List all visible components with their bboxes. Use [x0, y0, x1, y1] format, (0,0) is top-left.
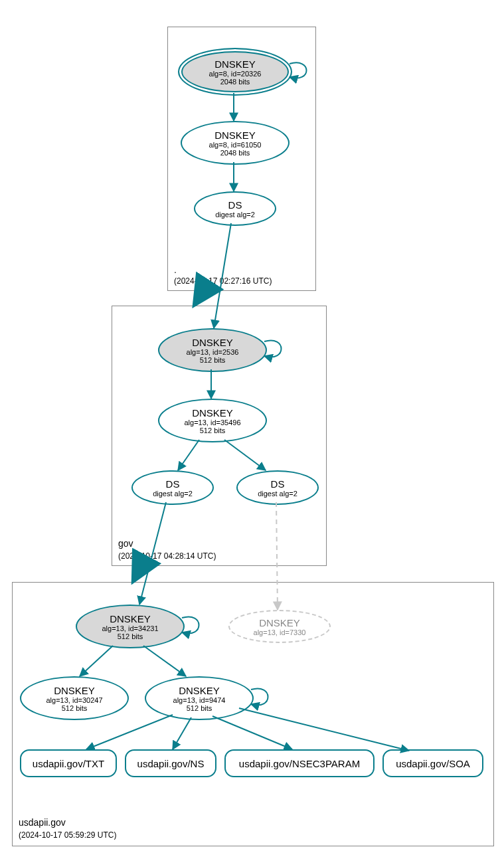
- node-sub1: alg=13, id=2536: [187, 348, 239, 356]
- node-sub1: alg=8, id=61050: [209, 141, 262, 149]
- node-gov-zsk[interactable]: DNSKEY alg=13, id=35496 512 bits: [158, 399, 267, 442]
- node-title: DNSKEY: [259, 617, 300, 628]
- node-sub1: digest alg=2: [215, 211, 255, 219]
- node-title: DS: [228, 199, 242, 211]
- zone-root-ts: (2024-10-17 02:27:16 UTC): [174, 276, 272, 286]
- rr-txt[interactable]: usdapii.gov/TXT: [20, 749, 117, 777]
- node-title: DS: [166, 478, 180, 490]
- node-u-zsk1[interactable]: DNSKEY alg=13, id=30247 512 bits: [20, 676, 129, 720]
- node-sub1: alg=13, id=35496: [184, 419, 240, 426]
- zone-usd-label: usdapii.gov: [19, 817, 66, 828]
- node-title: DNSKEY: [54, 685, 95, 696]
- node-sub1: alg=13, id=7330: [254, 628, 306, 636]
- rr-ns[interactable]: usdapii.gov/NS: [125, 749, 216, 777]
- node-sub2: 512 bits: [200, 426, 226, 434]
- rr-soa[interactable]: usdapii.gov/SOA: [382, 749, 483, 777]
- node-title: DNSKEY: [214, 130, 256, 141]
- node-sub1: digest alg=2: [258, 490, 297, 498]
- node-sub2: 512 bits: [118, 632, 143, 640]
- node-gov-ksk[interactable]: DNSKEY alg=13, id=2536 512 bits: [158, 328, 267, 372]
- node-sub2: 512 bits: [187, 704, 212, 712]
- node-title: DNSKEY: [192, 407, 233, 419]
- node-sub2: 512 bits: [200, 356, 226, 364]
- zone-gov-label: gov: [118, 538, 133, 549]
- node-sub1: alg=8, id=20326: [209, 70, 262, 78]
- node-root-ds[interactable]: DS digest alg=2: [194, 191, 276, 226]
- zone-gov-ts: (2024-10-17 04:28:14 UTC): [118, 551, 216, 561]
- node-gov-ds2[interactable]: DS digest alg=2: [236, 470, 319, 505]
- node-sub1: alg=13, id=34231: [102, 624, 158, 632]
- node-sub1: alg=13, id=30247: [46, 696, 102, 704]
- node-root-ksk[interactable]: DNSKEY alg=8, id=20326 2048 bits: [178, 48, 292, 96]
- node-sub2: 512 bits: [62, 704, 88, 712]
- node-u-zsk2[interactable]: DNSKEY alg=13, id=9474 512 bits: [145, 676, 254, 720]
- rr-nsec[interactable]: usdapii.gov/NSEC3PARAM: [224, 749, 375, 777]
- node-sub1: digest alg=2: [153, 490, 193, 498]
- node-sub2: 2048 bits: [220, 149, 250, 157]
- node-gov-ds1[interactable]: DS digest alg=2: [131, 470, 214, 505]
- node-title: DNSKEY: [179, 685, 220, 696]
- zone-usd-ts: (2024-10-17 05:59:29 UTC): [19, 830, 116, 840]
- zone-root-label: .: [174, 264, 177, 275]
- node-title: DNSKEY: [110, 613, 151, 624]
- node-u-ghost[interactable]: DNSKEY alg=13, id=7330: [228, 610, 331, 643]
- node-sub1: alg=13, id=9474: [173, 696, 226, 704]
- node-title: DNSKEY: [214, 58, 256, 70]
- node-u-ksk[interactable]: DNSKEY alg=13, id=34231 512 bits: [76, 605, 185, 648]
- node-root-zsk[interactable]: DNSKEY alg=8, id=61050 2048 bits: [181, 121, 290, 165]
- node-title: DS: [271, 478, 285, 490]
- node-sub2: 2048 bits: [220, 78, 250, 86]
- node-title: DNSKEY: [192, 337, 233, 348]
